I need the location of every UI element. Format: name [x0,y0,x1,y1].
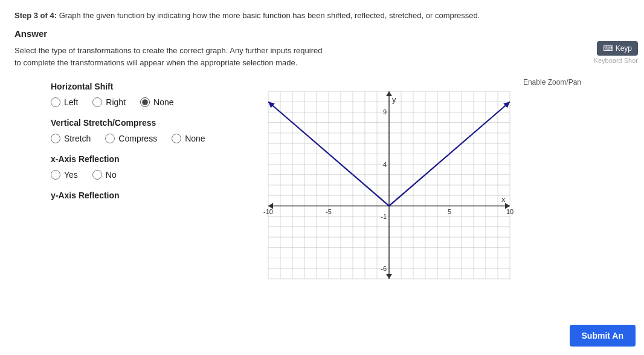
x-no-radio[interactable] [92,170,102,180]
horizontal-none-label: None [153,97,173,107]
graph-canvas [244,79,528,297]
instructions-text: Select the type of transformations to cr… [14,45,329,68]
keypad-icon: ⌨ [603,44,613,53]
graph-container: Enable Zoom/Pan [244,79,630,297]
horizontal-none-radio[interactable] [140,97,150,107]
vertical-compress-radio[interactable] [105,134,115,143]
horizontal-right-label: Right [106,97,126,107]
vertical-none-label: None [185,134,205,143]
horizontal-shift-title: Horizontal Shift [51,82,244,91]
keypad-button[interactable]: ⌨ Keyp [597,41,638,56]
x-yes-label: Yes [64,170,78,180]
enable-zoom-label: Enable Zoom/Pan [523,78,581,86]
vertical-stretch-option[interactable]: Stretch [51,134,91,143]
vertical-stretch-title: Vertical Stretch/Compress [51,118,244,128]
horizontal-none-option[interactable]: None [140,97,173,107]
horizontal-right-option[interactable]: Right [92,97,126,107]
x-reflection-group: Yes No [51,170,244,180]
step-label: Step 3 of 4: [14,11,57,20]
submit-button[interactable]: Submit An [570,325,636,347]
vertical-stretch-label: Stretch [64,134,91,143]
content-row: Horizontal Shift Left Right None Vertica… [14,79,630,297]
x-reflection-title: x-Axis Reflection [51,154,244,164]
keypad-label: Keyp [616,44,632,53]
vertical-stretch-group: Stretch Compress None [51,134,244,143]
horizontal-left-radio[interactable] [51,97,60,107]
horizontal-left-option[interactable]: Left [51,97,78,107]
vertical-none-radio[interactable] [172,134,181,143]
x-yes-radio[interactable] [51,170,60,180]
answer-label: Answer [14,28,630,39]
vertical-stretch-radio[interactable] [51,134,60,143]
x-no-label: No [106,170,117,180]
x-no-option[interactable]: No [92,170,117,180]
vertical-compress-option[interactable]: Compress [105,134,157,143]
y-reflection-title: y-Axis Reflection [51,191,244,200]
vertical-compress-label: Compress [118,134,157,143]
x-yes-option[interactable]: Yes [51,170,78,180]
keypad-sub-label: Keyboard Shor [594,57,638,64]
horizontal-left-label: Left [64,97,78,107]
horizontal-shift-group: Left Right None [51,97,244,107]
vertical-none-option[interactable]: None [172,134,205,143]
controls-panel: Horizontal Shift Left Right None Vertica… [14,79,244,297]
horizontal-right-radio[interactable] [92,97,102,107]
main-container: Step 3 of 4: Graph the given function by… [0,0,644,355]
step-text: Step 3 of 4: Graph the given function by… [14,11,630,20]
step-description: Graph the given function by indicating h… [59,11,480,20]
